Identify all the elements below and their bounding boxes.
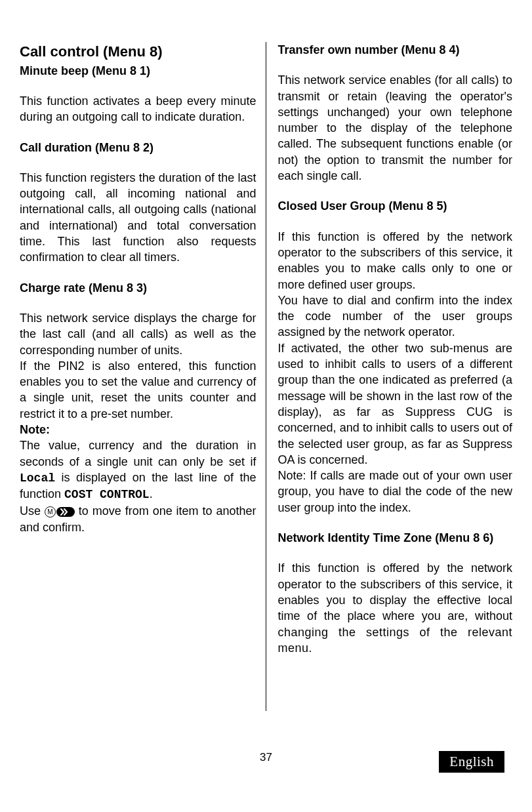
body-text: This function registers the duration of …: [20, 170, 256, 266]
language-badge: English: [439, 751, 504, 773]
m-key-icon: M: [45, 504, 75, 519]
arrow-pill-icon: [56, 507, 75, 517]
body-text: This network service displays the charge…: [20, 310, 256, 358]
inline-code: COST CONTROL: [64, 488, 150, 501]
note-label: Note:: [20, 422, 256, 437]
manual-page: Call control (Menu 8) Minute beep (Menu …: [0, 0, 532, 812]
body-text: This function activates a beep every mi­…: [20, 93, 256, 125]
footer: 37 English: [0, 750, 532, 770]
text-fragment: changing the settings of the relevant me…: [278, 626, 513, 655]
body-text: Note: If calls are made out of your own …: [278, 468, 513, 516]
right-column: Transfer own number (Menu 8 4) This netw…: [266, 42, 522, 711]
body-text: If this function is offered by the netwo…: [278, 229, 513, 293]
body-text: Use M to move from one item to anot­her …: [20, 503, 256, 536]
body-text: This network service enables (for all ca…: [278, 72, 513, 184]
body-text: If this function is offered by the netwo…: [278, 560, 513, 656]
m-letter: M: [45, 506, 56, 518]
text-fragment: .: [150, 487, 153, 500]
left-column: Call control (Menu 8) Minute beep (Menu …: [10, 42, 266, 711]
text-fragment: The value, currency and the duration in …: [20, 439, 256, 468]
page-number: 37: [260, 750, 272, 765]
body-text: If activated, the other two sub-menus ar…: [278, 340, 513, 468]
subsection-heading: Call duration (Menu 8 2): [20, 140, 256, 155]
text-fragment: Use: [20, 504, 45, 518]
body-text: You have to dial and confirm into the in…: [278, 293, 513, 340]
subsection-heading: Minute beep (Menu 8 1): [20, 63, 256, 79]
subsection-heading: Transfer own number (Menu 8 4): [278, 42, 513, 58]
columns: Call control (Menu 8) Minute beep (Menu …: [10, 42, 522, 711]
body-text: If the PIN2 is also entered, this functi…: [20, 358, 256, 422]
inline-code: Local: [20, 472, 55, 485]
text-fragment: If this function is offered by the netwo…: [278, 561, 513, 622]
section-title: Call control (Menu 8): [20, 42, 256, 62]
body-text: The value, currency and the duration in …: [20, 437, 256, 502]
subsection-heading: Charge rate (Menu 8 3): [20, 280, 256, 296]
subsection-heading: Network Identity Time Zone (Menu 8 6): [278, 530, 513, 546]
subsection-heading: Closed User Group (Menu 8 5): [278, 198, 513, 214]
